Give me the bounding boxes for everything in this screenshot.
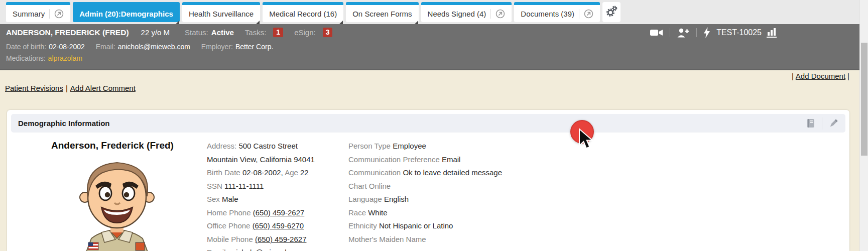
employer-label: Employer: <box>201 43 233 51</box>
tab-label: Needs Signed (4) <box>428 10 486 18</box>
video-camera-icon[interactable] <box>650 28 663 37</box>
tab-settings-button[interactable] <box>602 2 621 22</box>
patient-display-name: Anderson, Frederick (Fred) <box>18 140 207 152</box>
patient-email-link[interactable]: anichols@mieweb.com <box>228 248 305 251</box>
patient-action-links: Patient Revisions|Add Alert Comment <box>5 84 136 92</box>
patient-header-row-2: Date of birth:02-08-2002 Email:anichols@… <box>0 41 868 52</box>
tab-on-screen-forms[interactable]: On Screen Forms <box>346 2 418 22</box>
details-column-left: Address: 500 Castro Street Mountain View… <box>207 140 348 251</box>
patient-revisions-link[interactable]: Patient Revisions <box>5 84 63 92</box>
patient-name: ANDERSON, FREDERICK (FRED) <box>6 28 129 37</box>
office-phone-link[interactable]: (650) 459-6270 <box>253 221 304 230</box>
tab-health-surveillance[interactable]: Health Surveillance <box>182 2 260 22</box>
esign-count-badge[interactable]: 3 <box>323 28 333 37</box>
detail-row-mobile-phone: Mobile Phone (650) 459-2627 <box>207 233 348 246</box>
tab-needs-signed[interactable]: Needs Signed (4) <box>421 2 512 22</box>
submenu-corner-icon <box>415 21 418 24</box>
detail-row-communication: Communication Ok to leave detailed messa… <box>348 166 849 180</box>
demographics-panel-header: Demographic Information <box>11 114 845 133</box>
home-phone-link[interactable]: (650) 459-2627 <box>253 208 305 217</box>
patient-photo <box>27 154 207 251</box>
medications-label: Medications: <box>6 54 46 62</box>
divider <box>822 117 822 130</box>
tab-label: Admin (20):Demographics <box>79 10 173 18</box>
detail-row-home-phone: Home Phone (650) 459-2627 <box>207 206 348 220</box>
mobile-phone-link[interactable]: (650) 459-2627 <box>255 235 307 243</box>
detail-row-sex: Sex Male <box>207 193 348 206</box>
mouse-cursor-icon <box>578 128 595 153</box>
book-icon[interactable] <box>805 118 816 129</box>
detail-row-address: Address: 500 Castro Street <box>207 140 348 153</box>
detail-row-ethnicity: Ethnicity Not Hispanic or Latino <box>348 219 849 233</box>
webchart-app: Summary Admin (20):Demographics Health S… <box>0 0 868 251</box>
detail-row-email: Email anichols@mieweb.com <box>207 246 348 251</box>
add-document-line: |Add Document| <box>792 72 849 80</box>
pipe-separator: | <box>66 84 68 92</box>
email-pair: Email:anichols@mieweb.com <box>96 43 190 51</box>
panel-title: Demographic Information <box>18 119 110 128</box>
tab-documents[interactable]: Documents (39) <box>514 2 600 22</box>
detail-row-mothers-maiden-name: Mother's Maiden Name <box>348 233 849 246</box>
tab-label: Summary <box>13 10 45 18</box>
submenu-corner-icon <box>256 21 260 24</box>
jump-out-icon[interactable] <box>49 9 64 19</box>
bar-chart-icon[interactable] <box>767 27 778 38</box>
add-document-link[interactable]: Add Document <box>796 72 845 80</box>
pipe-separator: | <box>847 72 849 80</box>
vertical-scrollbar[interactable] <box>859 0 868 251</box>
jump-out-icon[interactable] <box>579 9 593 19</box>
detail-row-office-phone: Office Phone (650) 459-6270 <box>207 219 348 233</box>
person-add-icon[interactable] <box>677 28 690 38</box>
divider <box>696 28 697 37</box>
dob-label: Date of birth: <box>6 43 46 51</box>
patient-age-sex: 22 y/o M <box>141 28 170 37</box>
identity-column: Anderson, Frederick (Fred) <box>18 140 207 251</box>
status-label: Status: <box>185 28 208 37</box>
patient-header-actions: TEST-10025 <box>650 27 778 38</box>
detail-row-language: Language English <box>348 193 849 206</box>
patient-header-row-1: ANDERSON, FREDERICK (FRED) 22 y/o M Stat… <box>0 24 868 41</box>
lightning-icon[interactable] <box>703 27 710 38</box>
detail-row-address-2: Mountain View, California 94041 <box>207 153 348 167</box>
details-column-right: Person Type Employee Communication Prefe… <box>348 140 849 251</box>
employer-pair: Employer:Better Corp. <box>201 43 274 51</box>
scrollbar-thumb[interactable] <box>861 43 867 156</box>
detail-row-race: Race White <box>348 206 849 220</box>
chart-id: TEST-10025 <box>716 28 762 37</box>
demographics-panel-body: Anderson, Frederick (Fred) <box>7 137 849 251</box>
email-label: Email: <box>96 43 115 51</box>
pipe-separator: | <box>792 72 794 80</box>
employer-value: Better Corp. <box>235 43 273 51</box>
detail-row-birth-date: Birth Date 02-08-2002, Age 22 <box>207 166 348 180</box>
esign-label: eSign: <box>294 28 316 37</box>
tab-admin-demographics[interactable]: Admin (20):Demographics <box>73 2 180 22</box>
tasks-count-badge[interactable]: 1 <box>273 28 283 37</box>
dob-pair: Date of birth:02-08-2002 <box>6 43 85 51</box>
detail-row-chart-online: Chart Online <box>348 180 849 193</box>
patient-header-bar: ANDERSON, FREDERICK (FRED) 22 y/o M Stat… <box>0 24 868 70</box>
demographics-panel: Demographic Information Anderson, Freder… <box>7 110 849 251</box>
detail-row-communication-preference: Communication Preference Email <box>348 153 849 167</box>
gears-icon <box>605 5 618 20</box>
tab-label: Medical Record (16) <box>269 10 337 18</box>
status-value: Active <box>211 28 234 37</box>
tab-label: Documents (39) <box>521 10 574 18</box>
panel-header-icons <box>805 117 838 130</box>
tasks-label: Tasks: <box>245 28 267 37</box>
tab-label: Health Surveillance <box>189 10 254 18</box>
detail-row-ssn: SSN 111-11-1111 <box>207 180 348 193</box>
divider <box>670 28 670 37</box>
tab-summary[interactable]: Summary <box>6 2 70 22</box>
tab-medical-record[interactable]: Medical Record (16) <box>263 2 343 22</box>
dob-value: 02-08-2002 <box>49 43 85 51</box>
add-alert-comment-link[interactable]: Add Alert Comment <box>70 84 136 92</box>
detail-row-person-type: Person Type Employee <box>348 140 849 153</box>
tab-label: On Screen Forms <box>352 10 412 18</box>
medications-value[interactable]: alprazolam <box>48 54 82 62</box>
jump-out-icon[interactable] <box>490 9 505 19</box>
patient-header-row-3: Medications: alprazolam <box>0 52 868 64</box>
submenu-corner-icon <box>176 21 179 24</box>
chart-tab-bar: Summary Admin (20):Demographics Health S… <box>0 0 868 24</box>
submenu-corner-icon <box>339 21 343 24</box>
pencil-icon[interactable] <box>828 118 838 129</box>
